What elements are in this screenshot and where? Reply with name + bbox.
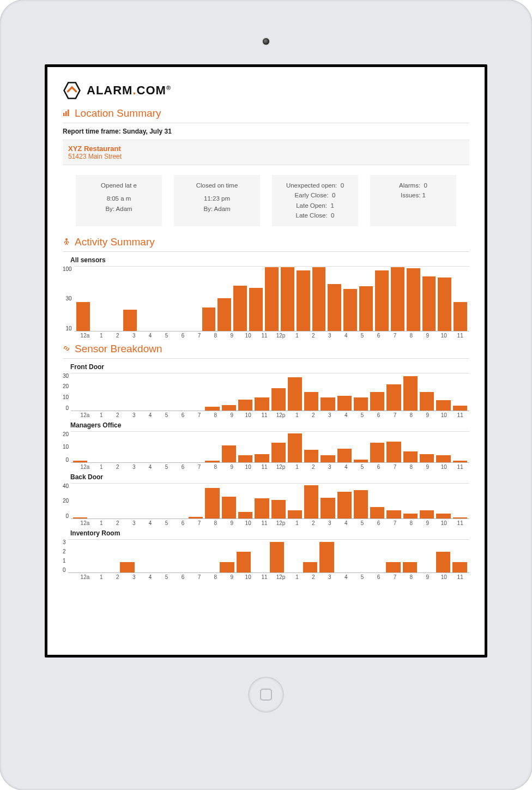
chart-bar <box>304 392 318 411</box>
chart-bar <box>288 510 302 518</box>
activity-summary-header: Activity Summary <box>63 236 469 252</box>
close-card: Closed on time 11:23 pm By: Adam <box>174 175 260 226</box>
chart-bar <box>337 492 352 518</box>
chart-all-sensors: 1003010 <box>63 266 469 331</box>
chart-bar <box>270 542 285 572</box>
chart-bar <box>205 461 219 462</box>
chart-bar <box>321 397 335 411</box>
chart-bar <box>328 284 341 331</box>
chart-bar <box>271 388 286 411</box>
chart-bar <box>452 562 467 572</box>
chart-bar <box>73 461 87 462</box>
screen: ALARM.COM® Location Summary Report time … <box>45 64 487 658</box>
chart-bar <box>420 510 434 518</box>
chart-front-door: 3020100 <box>63 373 469 411</box>
chart-bar <box>370 443 384 462</box>
location-bar: XYZ Restaurant 51423 Main Street <box>63 140 469 165</box>
chart-back-door: 40200 <box>63 483 469 519</box>
chart-bar <box>233 286 247 331</box>
chart-bar <box>321 498 335 518</box>
chart-bar <box>303 562 318 572</box>
chart-bar <box>375 270 389 331</box>
chart-bar <box>403 514 418 518</box>
chart-bar <box>354 460 368 462</box>
chart-bar <box>76 302 90 331</box>
chart-bar <box>288 377 302 411</box>
chart-bar <box>436 514 450 518</box>
location-summary-header: Location Summary <box>63 107 469 123</box>
chart-bar <box>205 407 219 411</box>
chart-bar <box>205 488 219 518</box>
chart-bar <box>354 397 368 411</box>
chart-bar <box>453 461 467 462</box>
brand-logo: ALARM.COM® <box>63 81 469 100</box>
chart-bar <box>420 392 434 411</box>
alarms-card: Alarms: 0 Issues: 1 <box>370 175 456 226</box>
chart-bar <box>189 517 203 518</box>
chart-bar <box>386 510 401 518</box>
chart-bar <box>370 507 384 518</box>
chart-bar <box>281 267 294 331</box>
tablet-frame: ALARM.COM® Location Summary Report time … <box>0 0 532 790</box>
chart-bar <box>120 562 135 572</box>
chart-bar <box>337 449 352 462</box>
chart-bar <box>255 498 269 518</box>
link-icon <box>63 343 70 355</box>
chart-bar <box>222 405 236 411</box>
stat-cards: Opened lat e 8:05 a m By: Adam Closed on… <box>63 175 469 232</box>
chart-bar <box>237 552 251 572</box>
report-time-frame: Report time frame: Sunday, July 31 <box>63 128 469 135</box>
svg-point-4 <box>65 238 68 240</box>
camera-icon <box>263 38 269 45</box>
chart-managers-office: 20100 <box>63 431 469 463</box>
chart-bar <box>343 289 357 331</box>
home-button[interactable] <box>249 677 283 712</box>
logo-icon <box>63 81 81 100</box>
chart-bar <box>438 278 451 331</box>
chart-label-back: Back Door <box>70 473 469 481</box>
chart-bar <box>453 406 467 411</box>
chart-bar <box>337 396 352 411</box>
chart-label-inventory: Inventory Room <box>70 529 469 537</box>
chart-bar <box>255 454 269 462</box>
chart-bar <box>403 451 418 462</box>
chart-bar <box>73 517 87 518</box>
chart-bar <box>222 445 236 462</box>
chart-inventory-room: 3210 <box>63 539 469 573</box>
chart-bar <box>391 267 404 331</box>
svg-rect-2 <box>65 111 67 116</box>
chart-bar <box>255 397 269 411</box>
chart-bar <box>454 302 467 331</box>
chart-label-managers: Managers Office <box>70 421 469 429</box>
brand-text: ALARM.COM® <box>87 83 171 98</box>
chart-bar <box>403 376 418 411</box>
chart-bar <box>420 454 434 462</box>
chart-bar <box>436 400 450 411</box>
chart-bar <box>297 270 310 331</box>
sensor-breakdown-header: Sensor Breakdown <box>63 343 469 359</box>
chart-bar <box>354 490 368 518</box>
ops-card: Unexpected open: 0 Early Close: 0 Late O… <box>272 175 358 226</box>
chart-bar <box>321 455 335 462</box>
chart-bar <box>271 500 286 518</box>
location-name: XYZ Restaurant <box>68 144 464 153</box>
chart-bar <box>123 310 137 331</box>
chart-bar <box>422 276 436 331</box>
svg-marker-0 <box>64 83 80 99</box>
chart-bar <box>312 267 326 331</box>
chart-bar <box>202 307 216 331</box>
bar-chart-icon <box>63 109 70 118</box>
chart-bar <box>359 286 373 331</box>
chart-bar <box>407 268 420 331</box>
chart-bar <box>265 267 279 331</box>
chart-bar <box>220 562 234 572</box>
chart-bar <box>453 517 467 518</box>
chart-bar <box>238 400 252 411</box>
svg-rect-1 <box>63 113 65 116</box>
tablet-bezel: ALARM.COM® Location Summary Report time … <box>17 17 515 773</box>
svg-rect-3 <box>68 110 69 116</box>
chart-bar <box>370 392 384 411</box>
chart-bar <box>222 497 236 518</box>
chart-bar <box>217 298 231 331</box>
chart-bar <box>403 562 418 572</box>
